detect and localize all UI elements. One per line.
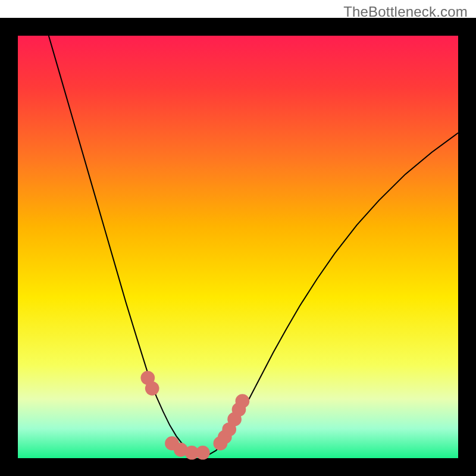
watermark-text: TheBottleneck.com: [343, 4, 468, 20]
bottleneck-chart: [0, 0, 476, 476]
curve-marker: [236, 394, 250, 408]
curve-marker: [196, 446, 210, 460]
chart-container: TheBottleneck.com: [0, 0, 476, 476]
curve-marker: [145, 381, 159, 396]
svg-rect-1: [18, 36, 458, 458]
